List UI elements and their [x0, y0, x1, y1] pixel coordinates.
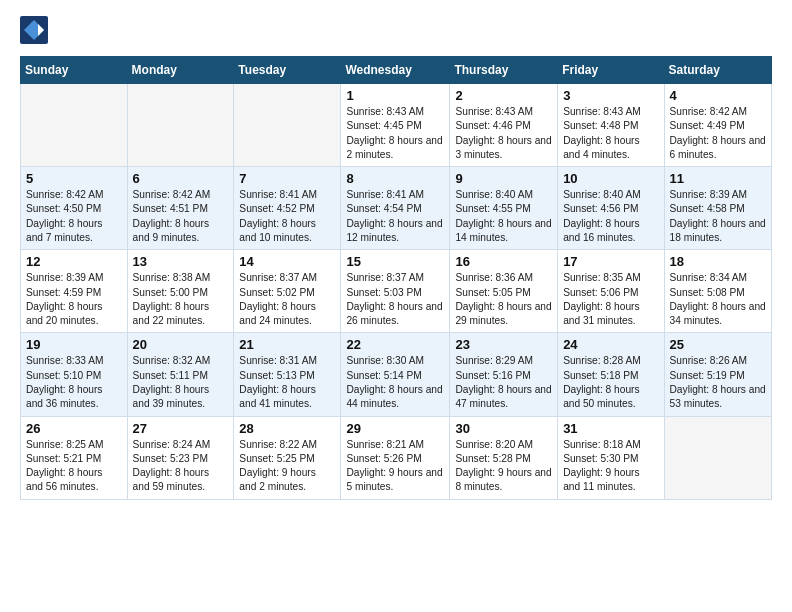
week-row-1: 1Sunrise: 8:43 AM Sunset: 4:45 PM Daylig… — [21, 84, 772, 167]
day-number: 29 — [346, 421, 444, 436]
day-number: 10 — [563, 171, 658, 186]
calendar-cell: 17Sunrise: 8:35 AM Sunset: 5:06 PM Dayli… — [558, 250, 664, 333]
day-number: 5 — [26, 171, 122, 186]
day-info: Sunrise: 8:25 AM Sunset: 5:21 PM Dayligh… — [26, 438, 122, 495]
calendar-cell: 11Sunrise: 8:39 AM Sunset: 4:58 PM Dayli… — [664, 167, 771, 250]
calendar-cell: 7Sunrise: 8:41 AM Sunset: 4:52 PM Daylig… — [234, 167, 341, 250]
day-info: Sunrise: 8:41 AM Sunset: 4:52 PM Dayligh… — [239, 188, 335, 245]
calendar-cell: 23Sunrise: 8:29 AM Sunset: 5:16 PM Dayli… — [450, 333, 558, 416]
calendar-cell: 4Sunrise: 8:42 AM Sunset: 4:49 PM Daylig… — [664, 84, 771, 167]
day-number: 14 — [239, 254, 335, 269]
calendar-cell: 2Sunrise: 8:43 AM Sunset: 4:46 PM Daylig… — [450, 84, 558, 167]
day-number: 12 — [26, 254, 122, 269]
day-number: 31 — [563, 421, 658, 436]
day-number: 21 — [239, 337, 335, 352]
day-number: 26 — [26, 421, 122, 436]
calendar-cell: 31Sunrise: 8:18 AM Sunset: 5:30 PM Dayli… — [558, 416, 664, 499]
day-info: Sunrise: 8:40 AM Sunset: 4:55 PM Dayligh… — [455, 188, 552, 245]
day-number: 27 — [133, 421, 229, 436]
day-info: Sunrise: 8:32 AM Sunset: 5:11 PM Dayligh… — [133, 354, 229, 411]
day-number: 1 — [346, 88, 444, 103]
calendar-cell — [21, 84, 128, 167]
day-info: Sunrise: 8:43 AM Sunset: 4:48 PM Dayligh… — [563, 105, 658, 162]
day-info: Sunrise: 8:42 AM Sunset: 4:51 PM Dayligh… — [133, 188, 229, 245]
day-number: 3 — [563, 88, 658, 103]
calendar-cell — [664, 416, 771, 499]
calendar-cell — [127, 84, 234, 167]
calendar-cell: 25Sunrise: 8:26 AM Sunset: 5:19 PM Dayli… — [664, 333, 771, 416]
header — [20, 16, 772, 44]
day-number: 4 — [670, 88, 766, 103]
day-info: Sunrise: 8:28 AM Sunset: 5:18 PM Dayligh… — [563, 354, 658, 411]
day-number: 9 — [455, 171, 552, 186]
weekday-header-row: SundayMondayTuesdayWednesdayThursdayFrid… — [21, 57, 772, 84]
day-info: Sunrise: 8:30 AM Sunset: 5:14 PM Dayligh… — [346, 354, 444, 411]
calendar-cell: 18Sunrise: 8:34 AM Sunset: 5:08 PM Dayli… — [664, 250, 771, 333]
week-row-3: 12Sunrise: 8:39 AM Sunset: 4:59 PM Dayli… — [21, 250, 772, 333]
calendar-cell — [234, 84, 341, 167]
day-info: Sunrise: 8:24 AM Sunset: 5:23 PM Dayligh… — [133, 438, 229, 495]
logo-icon — [20, 16, 48, 44]
day-number: 28 — [239, 421, 335, 436]
week-row-5: 26Sunrise: 8:25 AM Sunset: 5:21 PM Dayli… — [21, 416, 772, 499]
calendar-cell: 10Sunrise: 8:40 AM Sunset: 4:56 PM Dayli… — [558, 167, 664, 250]
day-info: Sunrise: 8:31 AM Sunset: 5:13 PM Dayligh… — [239, 354, 335, 411]
day-info: Sunrise: 8:29 AM Sunset: 5:16 PM Dayligh… — [455, 354, 552, 411]
day-info: Sunrise: 8:35 AM Sunset: 5:06 PM Dayligh… — [563, 271, 658, 328]
calendar-cell: 13Sunrise: 8:38 AM Sunset: 5:00 PM Dayli… — [127, 250, 234, 333]
day-info: Sunrise: 8:43 AM Sunset: 4:45 PM Dayligh… — [346, 105, 444, 162]
day-info: Sunrise: 8:37 AM Sunset: 5:02 PM Dayligh… — [239, 271, 335, 328]
day-info: Sunrise: 8:39 AM Sunset: 4:59 PM Dayligh… — [26, 271, 122, 328]
weekday-header-thursday: Thursday — [450, 57, 558, 84]
day-number: 24 — [563, 337, 658, 352]
day-number: 2 — [455, 88, 552, 103]
day-info: Sunrise: 8:42 AM Sunset: 4:49 PM Dayligh… — [670, 105, 766, 162]
day-info: Sunrise: 8:22 AM Sunset: 5:25 PM Dayligh… — [239, 438, 335, 495]
day-number: 18 — [670, 254, 766, 269]
day-number: 22 — [346, 337, 444, 352]
day-number: 16 — [455, 254, 552, 269]
day-info: Sunrise: 8:42 AM Sunset: 4:50 PM Dayligh… — [26, 188, 122, 245]
day-info: Sunrise: 8:18 AM Sunset: 5:30 PM Dayligh… — [563, 438, 658, 495]
calendar-cell: 5Sunrise: 8:42 AM Sunset: 4:50 PM Daylig… — [21, 167, 128, 250]
calendar-cell: 22Sunrise: 8:30 AM Sunset: 5:14 PM Dayli… — [341, 333, 450, 416]
weekday-header-monday: Monday — [127, 57, 234, 84]
day-number: 30 — [455, 421, 552, 436]
day-number: 15 — [346, 254, 444, 269]
weekday-header-friday: Friday — [558, 57, 664, 84]
calendar-cell: 29Sunrise: 8:21 AM Sunset: 5:26 PM Dayli… — [341, 416, 450, 499]
day-number: 19 — [26, 337, 122, 352]
calendar-cell: 20Sunrise: 8:32 AM Sunset: 5:11 PM Dayli… — [127, 333, 234, 416]
calendar-cell: 8Sunrise: 8:41 AM Sunset: 4:54 PM Daylig… — [341, 167, 450, 250]
weekday-header-wednesday: Wednesday — [341, 57, 450, 84]
calendar-cell: 30Sunrise: 8:20 AM Sunset: 5:28 PM Dayli… — [450, 416, 558, 499]
calendar-cell: 15Sunrise: 8:37 AM Sunset: 5:03 PM Dayli… — [341, 250, 450, 333]
day-number: 20 — [133, 337, 229, 352]
day-info: Sunrise: 8:40 AM Sunset: 4:56 PM Dayligh… — [563, 188, 658, 245]
day-info: Sunrise: 8:43 AM Sunset: 4:46 PM Dayligh… — [455, 105, 552, 162]
day-info: Sunrise: 8:41 AM Sunset: 4:54 PM Dayligh… — [346, 188, 444, 245]
weekday-header-tuesday: Tuesday — [234, 57, 341, 84]
day-number: 7 — [239, 171, 335, 186]
calendar-cell: 26Sunrise: 8:25 AM Sunset: 5:21 PM Dayli… — [21, 416, 128, 499]
calendar-cell: 12Sunrise: 8:39 AM Sunset: 4:59 PM Dayli… — [21, 250, 128, 333]
calendar-cell: 24Sunrise: 8:28 AM Sunset: 5:18 PM Dayli… — [558, 333, 664, 416]
day-number: 8 — [346, 171, 444, 186]
calendar-cell: 21Sunrise: 8:31 AM Sunset: 5:13 PM Dayli… — [234, 333, 341, 416]
day-number: 13 — [133, 254, 229, 269]
day-info: Sunrise: 8:37 AM Sunset: 5:03 PM Dayligh… — [346, 271, 444, 328]
day-info: Sunrise: 8:33 AM Sunset: 5:10 PM Dayligh… — [26, 354, 122, 411]
calendar-cell: 27Sunrise: 8:24 AM Sunset: 5:23 PM Dayli… — [127, 416, 234, 499]
day-info: Sunrise: 8:20 AM Sunset: 5:28 PM Dayligh… — [455, 438, 552, 495]
day-info: Sunrise: 8:34 AM Sunset: 5:08 PM Dayligh… — [670, 271, 766, 328]
day-number: 11 — [670, 171, 766, 186]
day-info: Sunrise: 8:36 AM Sunset: 5:05 PM Dayligh… — [455, 271, 552, 328]
day-number: 6 — [133, 171, 229, 186]
calendar-cell: 16Sunrise: 8:36 AM Sunset: 5:05 PM Dayli… — [450, 250, 558, 333]
calendar-cell: 6Sunrise: 8:42 AM Sunset: 4:51 PM Daylig… — [127, 167, 234, 250]
page: SundayMondayTuesdayWednesdayThursdayFrid… — [0, 0, 792, 516]
day-number: 25 — [670, 337, 766, 352]
day-info: Sunrise: 8:38 AM Sunset: 5:00 PM Dayligh… — [133, 271, 229, 328]
weekday-header-saturday: Saturday — [664, 57, 771, 84]
day-info: Sunrise: 8:39 AM Sunset: 4:58 PM Dayligh… — [670, 188, 766, 245]
